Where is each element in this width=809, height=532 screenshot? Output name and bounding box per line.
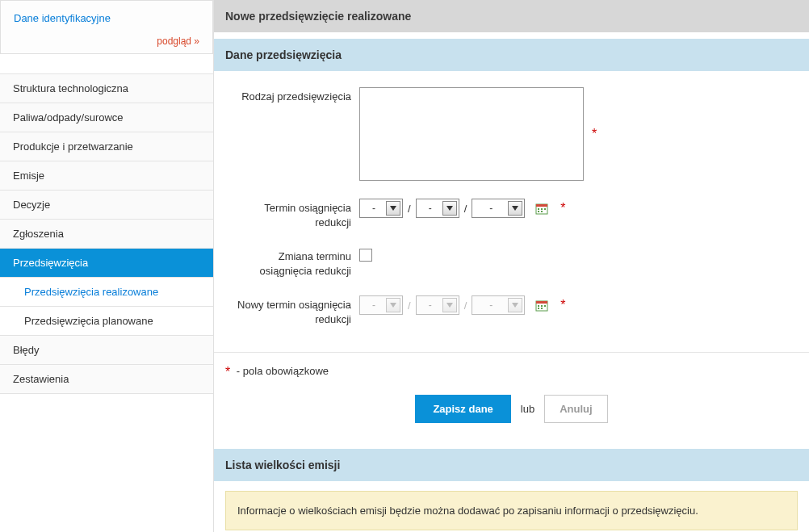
form-actions: Zapisz dane lub Anuluj [214, 392, 809, 442]
date-separator: / [406, 203, 413, 215]
required-mark: * [560, 299, 565, 312]
label-zmiana: Zmiana terminu osiągnięcia redukcji [230, 247, 359, 278]
row-zmiana: Zmiana terminu osiągnięcia redukcji [230, 247, 793, 278]
svg-marker-2 [512, 206, 518, 211]
sidebar-item-przedsiewziecia[interactable]: Przedsięwzięcia [0, 249, 213, 278]
select-nowy-month: - [416, 295, 459, 315]
svg-marker-10 [390, 303, 396, 308]
svg-marker-1 [446, 206, 453, 211]
svg-marker-12 [512, 303, 518, 308]
chevron-down-icon [386, 201, 400, 216]
required-mark: * [560, 202, 565, 215]
main-content: Nowe przedsięwzięcie realizowane Dane pr… [213, 0, 809, 532]
chevron-down-icon [442, 201, 457, 216]
sidebar: Dane identyfikacyjne podgląd » Struktura… [0, 0, 213, 532]
sidebar-top-panel: Dane identyfikacyjne podgląd » [0, 0, 213, 54]
svg-rect-4 [536, 204, 547, 207]
row-rodzaj: Rodzaj przedsięwzięcia * [230, 87, 793, 181]
sidebar-item-paliwa[interactable]: Paliwa/odpady/surowce [0, 103, 213, 132]
sidebar-preview-link[interactable]: podgląd » [14, 36, 199, 47]
svg-rect-19 [541, 308, 543, 309]
svg-rect-15 [538, 305, 539, 307]
svg-rect-5 [538, 208, 539, 210]
chevron-down-icon [442, 298, 457, 312]
svg-rect-6 [541, 208, 543, 210]
info-box: Informacje o wielkościach emisji będzie … [225, 491, 798, 530]
checkbox-zmiana[interactable] [359, 249, 372, 262]
svg-rect-7 [544, 208, 546, 210]
date-group-termin: - / - / [359, 199, 565, 218]
input-rodzaj[interactable] [359, 87, 584, 181]
svg-rect-14 [536, 301, 547, 304]
select-nowy-day: - [359, 295, 403, 315]
label-termin: Termin osiągnięcia redukcji [230, 199, 359, 229]
sidebar-item-zestawienia[interactable]: Zestawienia [0, 365, 213, 394]
row-nowy-termin: Nowy termin osiągnięcia redukcji - / - [230, 295, 793, 326]
svg-rect-9 [541, 211, 543, 212]
sidebar-subitem-planowane[interactable]: Przedsięwzięcia planowane [0, 307, 213, 336]
svg-rect-17 [544, 305, 546, 307]
sidebar-item-decyzje[interactable]: Decyzje [0, 191, 213, 220]
svg-rect-8 [538, 211, 539, 212]
form-area: Rodzaj przedsięwzięcia * Termin osiągnię… [214, 71, 809, 352]
svg-marker-0 [390, 206, 396, 211]
date-separator: / [463, 300, 469, 312]
svg-marker-11 [446, 303, 453, 308]
date-separator: / [463, 203, 469, 215]
sidebar-top-title[interactable]: Dane identyfikacyjne [14, 12, 199, 24]
required-hint: * - pola obowiązkowe [214, 352, 809, 392]
or-text: lub [521, 403, 534, 415]
row-termin: Termin osiągnięcia redukcji - / - [230, 199, 793, 229]
sidebar-item-emisje[interactable]: Emisje [0, 161, 213, 191]
sidebar-item-zgloszenia[interactable]: Zgłoszenia [0, 220, 213, 249]
select-termin-year[interactable]: - [472, 199, 525, 218]
save-button[interactable]: Zapisz dane [415, 395, 510, 423]
svg-rect-16 [541, 305, 543, 307]
label-rodzaj: Rodzaj przedsięwzięcia [230, 87, 359, 104]
label-nowy-termin: Nowy termin osiągnięcia redukcji [230, 295, 359, 326]
sidebar-item-produkcje[interactable]: Produkcje i przetwarzanie [0, 132, 213, 161]
required-hint-text: - pola obowiązkowe [237, 365, 329, 377]
required-mark: * [592, 128, 597, 140]
page-header: Nowe przedsięwzięcie realizowane [214, 0, 809, 32]
select-termin-month[interactable]: - [416, 199, 459, 218]
calendar-icon[interactable] [534, 201, 549, 216]
section-title-dane: Dane przedsięwzięcia [214, 39, 809, 71]
sidebar-menu: Struktura technologiczna Paliwa/odpady/s… [0, 73, 213, 394]
sidebar-item-bledy[interactable]: Błędy [0, 336, 213, 365]
chevron-down-icon [508, 201, 522, 216]
select-termin-day[interactable]: - [359, 199, 403, 218]
date-separator: / [406, 300, 413, 312]
sidebar-item-struktura[interactable]: Struktura technologiczna [0, 74, 213, 103]
required-mark: * [225, 365, 230, 379]
cancel-button[interactable]: Anuluj [544, 395, 607, 423]
select-nowy-year: - [472, 295, 525, 315]
svg-rect-18 [538, 308, 539, 309]
calendar-icon[interactable] [534, 298, 549, 312]
date-group-nowy-termin: - / - / [359, 295, 565, 315]
chevron-down-icon [386, 298, 400, 312]
sidebar-subitem-realizowane[interactable]: Przedsięwzięcia realizowane [0, 278, 213, 307]
chevron-down-icon [508, 298, 522, 312]
section-title-lista: Lista wielkości emisji [214, 449, 809, 481]
